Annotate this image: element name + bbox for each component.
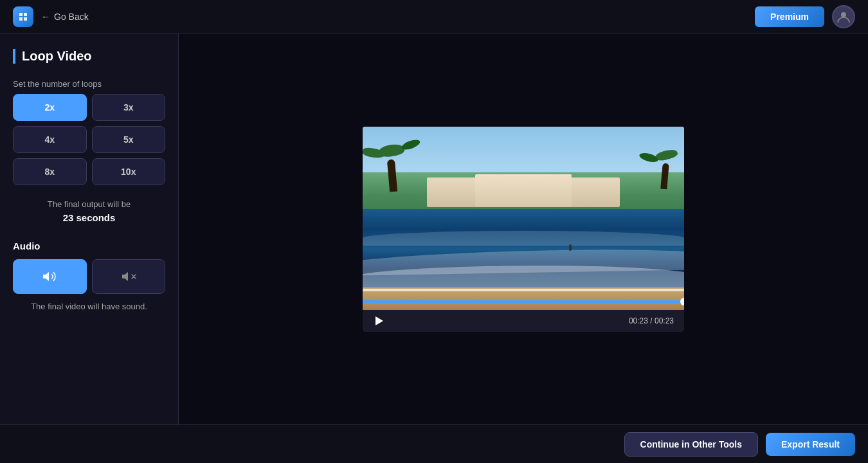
svg-point-1 xyxy=(841,12,846,17)
premium-button[interactable]: Premium xyxy=(755,6,824,27)
loops-section-label: Set the number of loops xyxy=(13,79,165,89)
loop-option-2x[interactable]: 2x xyxy=(13,94,87,121)
loop-options-grid: 2x 3x 4x 5x 8x 10x xyxy=(13,94,165,185)
video-thumbnail xyxy=(363,127,684,310)
export-result-button[interactable]: Export Result xyxy=(766,433,855,456)
continue-other-tools-button[interactable]: Continue in Other Tools xyxy=(624,432,758,457)
audio-off-button[interactable] xyxy=(92,259,166,294)
loop-option-10x[interactable]: 10x xyxy=(92,158,166,185)
volume-on-icon xyxy=(42,269,57,284)
video-area: 00:23 / 00:23 xyxy=(179,33,868,424)
output-seconds: 23 seconds xyxy=(13,211,165,226)
loop-option-3x[interactable]: 3x xyxy=(92,94,166,121)
header: ← Go Back Premium xyxy=(0,0,868,33)
play-button[interactable] xyxy=(373,315,384,327)
go-back-label: Go Back xyxy=(54,12,89,22)
video-progress-bar[interactable] xyxy=(363,300,684,303)
output-info: The final output will be 23 seconds xyxy=(13,198,165,225)
progress-bar-fill xyxy=(363,300,684,303)
app-logo xyxy=(13,6,33,27)
svg-rect-0 xyxy=(17,10,30,23)
header-left: ← Go Back xyxy=(13,6,89,27)
bottom-bar: Continue in Other Tools Export Result xyxy=(0,424,868,463)
header-right: Premium xyxy=(755,5,855,28)
play-icon xyxy=(373,315,384,327)
loop-option-5x[interactable]: 5x xyxy=(92,126,166,153)
main-content: Loop Video Set the number of loops 2x 3x… xyxy=(0,33,868,424)
progress-knob[interactable] xyxy=(680,298,684,305)
audio-info-text: The final video will have sound. xyxy=(13,302,165,311)
go-back-button[interactable]: ← Go Back xyxy=(41,12,89,22)
time-display: 00:23 / 00:23 xyxy=(629,316,674,325)
audio-on-button[interactable] xyxy=(13,259,87,294)
video-controls: 00:23 / 00:23 xyxy=(363,310,684,332)
loop-option-8x[interactable]: 8x xyxy=(13,158,87,185)
svg-marker-2 xyxy=(375,316,383,325)
sidebar: Loop Video Set the number of loops 2x 3x… xyxy=(0,33,179,424)
loops-section: Set the number of loops 2x 3x 4x 5x 8x 1… xyxy=(13,79,165,185)
user-avatar[interactable] xyxy=(832,5,855,28)
video-container: 00:23 / 00:23 xyxy=(363,127,684,332)
audio-section: Audio The final video will have sound. xyxy=(13,241,165,311)
audio-section-label: Audio xyxy=(13,241,165,251)
output-info-text: The final output will be xyxy=(48,199,131,209)
audio-options-grid xyxy=(13,259,165,294)
loop-option-4x[interactable]: 4x xyxy=(13,126,87,153)
back-arrow-icon: ← xyxy=(41,12,50,22)
page-title: Loop Video xyxy=(13,49,165,64)
volume-off-icon xyxy=(121,269,136,284)
